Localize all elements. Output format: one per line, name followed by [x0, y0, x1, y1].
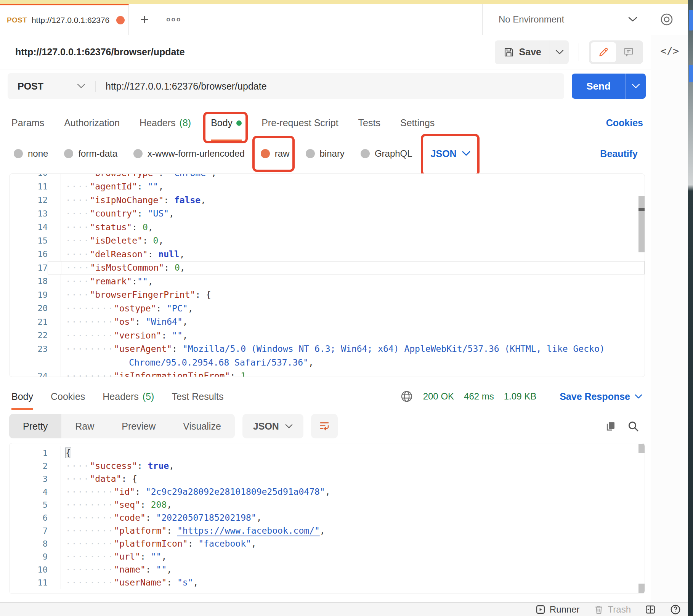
tab-options-icon[interactable]: ooo: [166, 16, 181, 23]
response-toolbar: PrettyRawPreviewVisualize JSON: [0, 414, 651, 439]
search-response-icon[interactable]: [627, 420, 639, 432]
radio-label: form-data: [78, 148, 117, 159]
wrap-lines-button[interactable]: [311, 414, 338, 438]
request-header-row: http://127.0.0.1:62376/browser/update Sa…: [0, 35, 651, 69]
view-raw[interactable]: Raw: [61, 414, 108, 438]
request-tab-params[interactable]: Params: [11, 105, 44, 141]
edit-mode-button[interactable]: [591, 42, 616, 62]
code-line: 18····"remark":"",: [10, 274, 645, 288]
code-snippet-icon[interactable]: </>: [651, 45, 688, 57]
right-sidebar-rail: </>: [651, 35, 688, 602]
body-type-none[interactable]: none: [14, 148, 48, 159]
chevron-down-icon: [628, 16, 638, 22]
line-number: 6: [10, 513, 48, 523]
trash-label: Trash: [608, 604, 631, 615]
send-button-group: Send: [572, 74, 646, 99]
response-tab-headers[interactable]: Headers(5): [103, 383, 154, 410]
radio-icon: [261, 149, 270, 158]
response-time[interactable]: 462 ms: [464, 391, 494, 402]
code-line: 9········"url": "",: [10, 550, 645, 563]
request-body-editor[interactable]: 10····"browserType": "chrome",11····"age…: [9, 173, 645, 377]
runner-label: Runner: [550, 604, 580, 615]
save-response-button[interactable]: Save Response: [560, 391, 642, 402]
tab-label: Test Results: [172, 391, 223, 402]
request-tab-settings[interactable]: Settings: [400, 105, 435, 141]
save-button[interactable]: Save: [495, 40, 550, 64]
url-bar: POST http://127.0.0.1:62376/browser/upda…: [8, 73, 564, 99]
radio-icon: [361, 149, 370, 158]
code-line: Chrome/95.0.2954.68 Safari/537.36",: [10, 356, 645, 369]
code-line: 4········"id": "2c9c29a28092e28101809e25…: [10, 485, 645, 498]
window-edge: [688, 0, 693, 616]
request-tab-headers[interactable]: Headers(8): [140, 105, 191, 141]
url-input[interactable]: http://127.0.0.1:62376/browser/update: [95, 81, 564, 92]
environment-selector[interactable]: No Environment: [482, 4, 688, 35]
body-type-form-data[interactable]: form-data: [64, 148, 117, 159]
response-format-value: JSON: [253, 421, 279, 432]
view-visualize[interactable]: Visualize: [169, 414, 235, 438]
code-line: 8········"platformIcon": "facebook",: [10, 537, 645, 550]
postman-window: POST http://127.0.0.1:62376 + ooo No Env…: [0, 0, 693, 616]
line-number: 16: [10, 249, 48, 259]
tab-count: (5): [143, 391, 154, 402]
body-type-x-www-form-urlencoded[interactable]: x-www-form-urlencoded: [133, 148, 245, 159]
cookies-link[interactable]: Cookies: [606, 117, 643, 128]
save-options-button[interactable]: [550, 40, 569, 64]
request-tab-pre-request-script[interactable]: Pre-request Script: [261, 105, 338, 141]
response-format-select[interactable]: JSON: [242, 414, 303, 438]
radio-label: x-www-form-urlencoded: [148, 148, 245, 159]
body-type-raw[interactable]: raw: [261, 148, 290, 159]
body-format-select[interactable]: JSON: [431, 148, 470, 159]
send-button[interactable]: Send: [572, 74, 625, 99]
response-editor-scrollbar-bottom[interactable]: [638, 584, 645, 593]
view-pretty[interactable]: Pretty: [9, 414, 61, 438]
trash-button[interactable]: Trash: [594, 604, 631, 615]
code-line: 3····"data": {: [10, 472, 645, 485]
response-editor-scrollbar-top[interactable]: [638, 444, 645, 453]
view-preview[interactable]: Preview: [108, 414, 169, 438]
tab-count: (8): [180, 117, 191, 128]
method-select[interactable]: POST: [8, 81, 95, 92]
request-editor-scrollbar-mark: [638, 208, 645, 211]
request-tab[interactable]: POST http://127.0.0.1:62376: [0, 4, 129, 35]
request-tab-body[interactable]: Body: [211, 105, 242, 141]
environment-quick-look-icon[interactable]: [659, 13, 674, 26]
response-status[interactable]: 200 OK: [423, 391, 454, 402]
radio-label: none: [28, 148, 48, 159]
line-number: 12: [10, 195, 48, 205]
panel-layout-button[interactable]: [645, 604, 656, 615]
code-line: 22········"version": "",: [10, 329, 645, 342]
save-response-label: Save Response: [560, 391, 630, 402]
response-tab-cookies[interactable]: Cookies: [51, 383, 85, 410]
tab-method-label: POST: [7, 16, 27, 24]
new-tab-button[interactable]: +: [140, 12, 149, 27]
line-number: 8: [10, 539, 48, 549]
line-number: 18: [10, 276, 48, 286]
request-editor-scrollbar[interactable]: [638, 196, 645, 252]
body-type-binary[interactable]: binary: [306, 148, 345, 159]
response-meta: 200 OK 462 ms 1.09 KB Save Response: [400, 383, 642, 410]
save-button-label: Save: [519, 47, 541, 58]
body-type-graphql[interactable]: GraphQL: [361, 148, 412, 159]
code-line: 21········"os": "Win64",: [10, 315, 645, 329]
response-size[interactable]: 1.09 KB: [504, 391, 536, 402]
help-button[interactable]: [670, 604, 681, 615]
tab-label: Pre-request Script: [261, 117, 338, 128]
copy-response-icon[interactable]: [605, 420, 616, 432]
save-button-group: Save: [495, 40, 569, 64]
code-line: 10········"name": "",: [10, 563, 645, 576]
response-tab-body[interactable]: Body: [11, 383, 33, 410]
line-number: 24: [10, 371, 48, 377]
response-body-editor[interactable]: 1{2····"success": true,3····"data": {4··…: [9, 443, 645, 594]
comments-button[interactable]: [616, 42, 641, 62]
request-tab-authorization[interactable]: Authorization: [64, 105, 120, 141]
line-number: 11: [10, 578, 48, 587]
beautify-link[interactable]: Beautify: [600, 148, 638, 159]
code-line: 10····"browserType": "chrome",: [10, 173, 645, 180]
code-line: 16····"delReason": null,: [10, 247, 645, 261]
response-header: BodyCookiesHeaders(5)Test Results 200 OK…: [0, 383, 651, 410]
send-options-button[interactable]: [625, 74, 646, 99]
request-tab-tests[interactable]: Tests: [358, 105, 380, 141]
response-tab-test-results[interactable]: Test Results: [172, 383, 223, 410]
runner-button[interactable]: Runner: [535, 604, 580, 615]
